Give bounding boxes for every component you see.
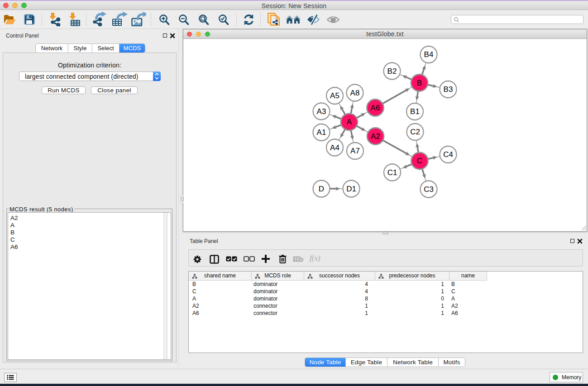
svg-text:D: D	[319, 185, 324, 193]
svg-text:A2: A2	[371, 132, 380, 141]
svg-text:B2: B2	[387, 67, 397, 76]
svg-text:A7: A7	[350, 147, 360, 155]
svg-text:C3: C3	[424, 185, 434, 194]
svg-text:C: C	[417, 157, 422, 165]
svg-text:B4: B4	[424, 50, 434, 59]
svg-text:A: A	[347, 118, 352, 126]
svg-text:C2: C2	[410, 128, 420, 136]
svg-text:A4: A4	[330, 143, 339, 152]
svg-text:A8: A8	[350, 89, 360, 97]
svg-text:C4: C4	[443, 150, 453, 159]
svg-text:A3: A3	[317, 107, 326, 116]
svg-text:B: B	[417, 79, 422, 87]
svg-text:A6: A6	[371, 104, 380, 112]
svg-text:A5: A5	[330, 91, 339, 100]
svg-text:D1: D1	[346, 185, 356, 193]
svg-text:A1: A1	[317, 128, 326, 137]
svg-text:B3: B3	[444, 85, 453, 94]
svg-text:B1: B1	[410, 107, 420, 116]
svg-text:C1: C1	[387, 168, 397, 177]
